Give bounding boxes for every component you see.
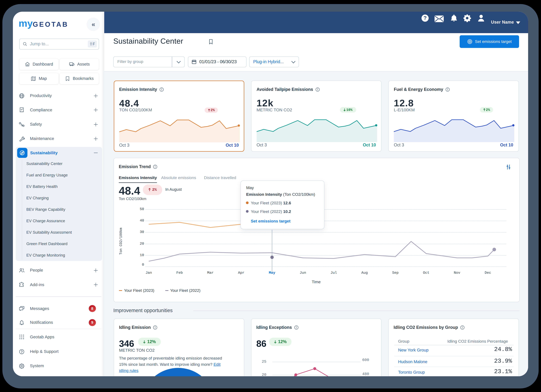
svg-text:?: ? — [423, 15, 427, 21]
